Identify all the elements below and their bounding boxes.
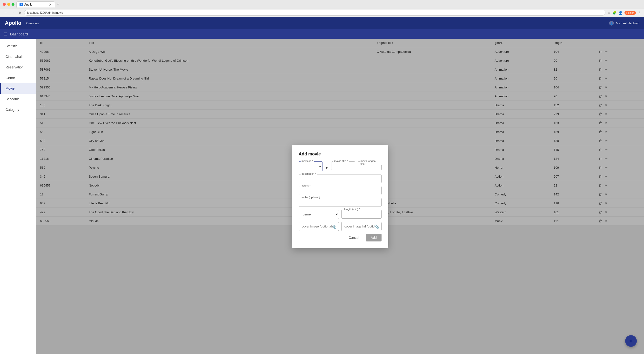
sidebar-item-label: Reservation: [6, 65, 24, 69]
browser-tab-apollo[interactable]: A Apollo ✕: [16, 2, 55, 8]
address-bar[interactable]: [24, 10, 606, 16]
browser-navbar: ← → ↻ ☆ 🧩 👤 Fehler ⋮: [0, 9, 644, 17]
sidebar: Statistic Cinemahall Reservation Genre M…: [0, 39, 36, 354]
add-button[interactable]: Add: [366, 234, 382, 242]
modal-overlay: Add movie movie id * ► movie title *: [36, 39, 644, 354]
add-movie-modal: Add movie movie id * ► movie title *: [292, 145, 388, 248]
cover-image-hd-group: 📎: [341, 222, 382, 231]
close-window-btn[interactable]: [3, 3, 6, 6]
modal-row-1: movie id * ► movie title * movie orignal…: [298, 162, 382, 171]
sidebar-item-cinemahall[interactable]: Cinemahall: [0, 51, 36, 62]
sidebar-item-label: Statistic: [6, 44, 17, 48]
movie-id-group: movie id *: [298, 162, 322, 171]
movie-original-title-label: movie orignal title *: [360, 160, 382, 165]
actors-input[interactable]: [298, 186, 382, 195]
menu-icon[interactable]: ⋮: [638, 11, 641, 15]
window-controls: [3, 3, 14, 6]
trailer-input[interactable]: [298, 198, 382, 207]
profile-icon[interactable]: 👤: [618, 11, 622, 15]
fab-add-button[interactable]: +: [625, 335, 637, 347]
app-header-left: Apollo Overview: [5, 20, 39, 26]
actors-group: actors *: [298, 186, 382, 195]
new-tab-btn[interactable]: +: [56, 2, 60, 7]
maximize-window-btn[interactable]: [12, 3, 14, 6]
genre-select[interactable]: genre Adventure Animation Drama Horror A…: [298, 210, 339, 219]
movie-id-select[interactable]: [298, 162, 322, 171]
app-header-right: 👤 Michael Neuhold: [609, 21, 639, 26]
browser-chrome: A Apollo ✕ + ← → ↻ ☆ 🧩 👤 Fehler ⋮: [0, 0, 644, 17]
actors-label: actors *: [300, 184, 312, 187]
movie-original-title-group: movie orignal title *: [358, 162, 382, 171]
modal-row-2: description *: [298, 174, 382, 183]
length-group: length (min) *: [341, 210, 382, 219]
length-input[interactable]: [341, 210, 382, 218]
length-label: length (min) *: [343, 208, 361, 210]
sidebar-item-reservation[interactable]: Reservation: [0, 62, 36, 72]
modal-actions: Cancel Add: [298, 234, 382, 242]
modal-row-4: trailer (optional): [298, 198, 382, 207]
back-btn[interactable]: ←: [3, 10, 8, 15]
movie-id-label: movie id *: [300, 160, 314, 162]
movie-title-group: movie title *: [331, 162, 355, 171]
description-label: description *: [300, 172, 317, 175]
app-logo: Apollo: [5, 20, 21, 26]
sidebar-item-schedule[interactable]: Schedule: [0, 94, 36, 104]
sidebar-item-label: Genre: [6, 76, 15, 80]
genre-group: genre Adventure Animation Drama Horror A…: [298, 210, 339, 219]
user-name: Michael Neuhold: [616, 22, 639, 25]
browser-tabs: A Apollo ✕ +: [16, 2, 641, 8]
sidebar-item-category[interactable]: Category: [0, 104, 36, 115]
description-group: description *: [298, 174, 382, 183]
extension-icon[interactable]: 🧩: [612, 11, 616, 15]
bookmark-icon[interactable]: ☆: [607, 11, 610, 15]
sidebar-item-label: Category: [6, 108, 19, 112]
movie-title-label: movie title *: [333, 160, 349, 162]
modal-row-3: actors *: [298, 186, 382, 195]
browser-nav-icons: ☆ 🧩 👤 Fehler ⋮: [607, 11, 641, 15]
trailer-group: trailer (optional): [298, 198, 382, 207]
main-layout: Statistic Cinemahall Reservation Genre M…: [0, 39, 644, 354]
reload-btn[interactable]: ↻: [17, 10, 22, 15]
cover-image-group: 📎: [298, 222, 339, 231]
sidebar-item-statistic[interactable]: Statistic: [0, 41, 36, 51]
cover-image-upload-icon[interactable]: 📎: [332, 224, 336, 229]
dashboard-bar: ☰ Dashboard: [0, 29, 644, 39]
arrow-separator: ►: [325, 162, 329, 171]
sidebar-item-label: Movie: [6, 86, 14, 90]
content-area: id title original title genre length 400…: [36, 39, 644, 354]
tab-favicon: A: [20, 3, 23, 6]
hamburger-icon[interactable]: ☰: [4, 32, 7, 36]
overview-nav-link[interactable]: Overview: [26, 22, 39, 25]
movie-title-input[interactable]: [331, 162, 355, 170]
tab-title: Apollo: [24, 3, 32, 6]
description-input[interactable]: [298, 174, 382, 183]
trailer-label: trailer (optional): [300, 196, 321, 199]
sidebar-item-movie[interactable]: Movie: [0, 83, 36, 94]
modal-row-5: genre Adventure Animation Drama Horror A…: [298, 210, 382, 219]
modal-title: Add movie: [298, 152, 382, 157]
user-pill[interactable]: Fehler: [624, 11, 636, 15]
tab-close-btn[interactable]: ✕: [49, 3, 52, 6]
sidebar-item-genre[interactable]: Genre: [0, 72, 36, 83]
sidebar-item-label: Schedule: [6, 97, 20, 101]
dashboard-title: Dashboard: [10, 32, 28, 36]
forward-btn[interactable]: →: [10, 10, 16, 15]
user-avatar-icon: 👤: [609, 21, 614, 26]
app-header: Apollo Overview 👤 Michael Neuhold: [0, 17, 644, 29]
sidebar-item-label: Cinemahall: [6, 55, 22, 58]
cover-image-hd-upload-icon[interactable]: 📎: [374, 224, 379, 229]
cancel-button[interactable]: Cancel: [345, 234, 363, 242]
minimize-window-btn[interactable]: [7, 3, 10, 6]
modal-row-6: 📎 📎: [298, 222, 382, 231]
